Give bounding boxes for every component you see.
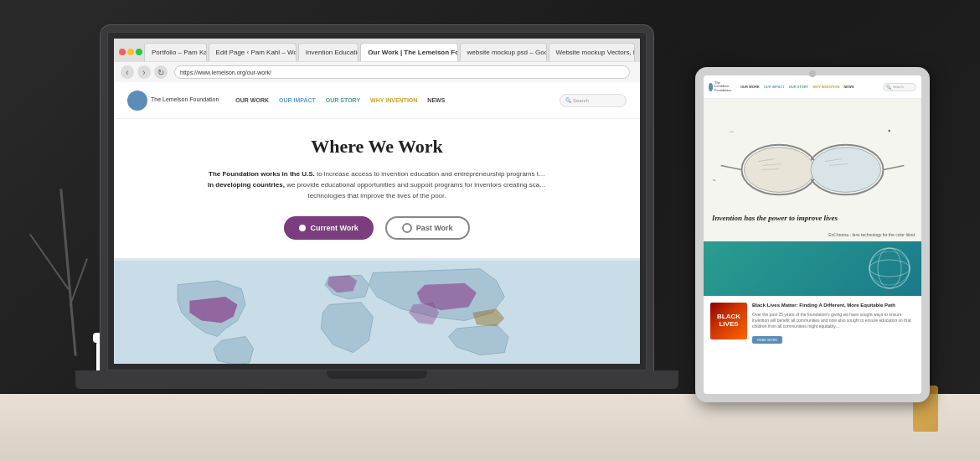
tab-label: Website mockup Vectors, Ph… — [556, 49, 635, 56]
tablet-nav-our-story[interactable]: OUR STORY — [789, 85, 809, 89]
tablet-logo-icon — [709, 83, 713, 91]
tablet-camera — [809, 70, 816, 77]
tablet-teal-section — [704, 241, 921, 296]
news-article-title: Black Lives Matter: Finding A Different,… — [752, 303, 915, 309]
close-button-icon[interactable] — [119, 49, 126, 55]
map-section — [114, 258, 640, 364]
news-thumb-image: BLACK LIVES — [710, 303, 747, 339]
site-header: The Lemelson Foundation OUR WORK OUR IMP… — [114, 82, 640, 119]
tab-label: Portfolio – Pam Kahl — [152, 49, 207, 56]
search-box[interactable]: 🔍 Search — [560, 94, 627, 107]
browser-tab-2[interactable]: Edit Page ‹ Pam Kahl – Word… — [209, 43, 297, 61]
tablet-hero-text: Invention has the power to improve lives — [712, 214, 913, 224]
browser-tab-5[interactable]: website mockup psd – Googl… — [460, 43, 547, 61]
back-button[interactable]: ‹ — [121, 65, 134, 79]
site-logo: The Lemelson Foundation — [127, 91, 219, 111]
nav-news[interactable]: NEWS — [427, 97, 445, 103]
logo-icon — [127, 91, 147, 111]
browser-chrome: Portfolio – Pam Kahl Edit Page ‹ Pam Kah… — [114, 39, 640, 82]
logo-text: The Lemelson Foundation — [151, 96, 219, 103]
news-item: BLACK LIVES Black Lives Matter: Finding … — [710, 303, 915, 344]
news-thumbnail: BLACK LIVES — [710, 303, 747, 339]
address-text: https://www.lemelson.org/our-work/ — [180, 70, 271, 75]
tablet-hero-caption: EnChroma - lens technology for the color… — [828, 232, 915, 237]
svg-point-7 — [744, 148, 814, 193]
current-work-button[interactable]: Current Work — [284, 216, 373, 240]
read-more-button[interactable]: READ MORE — [752, 336, 782, 344]
nav-our-impact[interactable]: OUR IMPACT — [279, 97, 316, 103]
tablet-search-placeholder: Search — [893, 85, 904, 89]
site-nav: OUR WORK OUR IMPACT OUR STORY WHY INVENT… — [235, 97, 445, 103]
browser-tab-4-active[interactable]: Our Work | The Lemelson Foun… — [360, 43, 457, 61]
tablet-logo: The Lemelson Foundation — [709, 79, 734, 96]
past-work-button[interactable]: Past Work — [385, 216, 470, 240]
main-section: Where We Work The Foundation works in th… — [114, 119, 640, 258]
svg-point-20 — [869, 251, 910, 285]
past-work-label: Past Work — [416, 224, 453, 232]
maximize-button-icon[interactable] — [136, 49, 142, 55]
laptop-screen: Portfolio – Pam Kahl Edit Page ‹ Pam Kah… — [114, 39, 640, 364]
browser-tab-3[interactable]: Invention Education — [298, 43, 359, 61]
tablet-screen: The Lemelson Foundation OUR WORK OUR IMP… — [704, 75, 921, 394]
minimize-button-icon[interactable] — [127, 49, 134, 55]
svg-point-19 — [869, 260, 910, 277]
tab-label: Edit Page ‹ Pam Kahl – Word… — [216, 49, 297, 56]
tablet-news: BLACK LIVES Black Lives Matter: Finding … — [704, 296, 921, 356]
page-headline: Where We Work — [139, 136, 615, 158]
svg-point-18 — [878, 248, 901, 288]
website-content: The Lemelson Foundation OUR WORK OUR IMP… — [114, 82, 640, 364]
browser-tab-1[interactable]: Portfolio – Pam Kahl — [144, 43, 207, 61]
forward-button[interactable]: › — [137, 65, 151, 79]
svg-text:✦: ✦ — [887, 128, 892, 133]
laptop-base — [75, 370, 678, 389]
nav-why-invention[interactable]: WHY INVENTION — [370, 97, 417, 103]
scene: Portfolio – Pam Kahl Edit Page ‹ Pam Kah… — [0, 0, 980, 461]
work-buttons: Current Work Past Work — [139, 216, 615, 240]
nav-our-story[interactable]: OUR STORY — [326, 97, 360, 103]
svg-text:⌒: ⌒ — [729, 131, 735, 137]
tablet-nav-our-work[interactable]: OUR WORK — [740, 85, 760, 89]
tab-label: Invention Education — [306, 49, 359, 56]
browser-tab-6[interactable]: Website mockup Vectors, Ph… — [549, 43, 635, 61]
svg-point-17 — [869, 248, 910, 288]
tablet-search[interactable]: 🔍 Search — [883, 83, 916, 91]
address-bar[interactable]: https://www.lemelson.org/our-work/ — [174, 65, 630, 79]
reload-button[interactable]: ↻ — [154, 65, 168, 79]
tablet-header: The Lemelson Foundation OUR WORK OUR IMP… — [704, 75, 921, 99]
tablet-logo-text: The Lemelson Foundation — [714, 81, 734, 92]
browser-controls: ‹ › ↻ https://www.lemelson.org/our-work/ — [114, 62, 640, 82]
tab-label: Our Work | The Lemelson Foun… — [368, 49, 457, 56]
laptop-body: Portfolio – Pam Kahl Edit Page ‹ Pam Kah… — [101, 25, 653, 377]
page-body-text: The Foundation works in the U.S. to incr… — [201, 169, 553, 201]
search-icon: 🔍 — [565, 97, 571, 103]
tab-label: website mockup psd – Googl… — [467, 49, 547, 56]
news-article-desc: Over the past 25 years of the foundation… — [752, 312, 915, 329]
tablet-nav-news[interactable]: NEWS — [843, 85, 854, 89]
tablet-nav-our-impact[interactable]: OUR IMPACT — [764, 85, 785, 89]
tablet-nav-why-invention[interactable]: WHY INVENTION — [812, 85, 839, 89]
current-work-label: Current Work — [310, 224, 358, 232]
nav-our-work[interactable]: OUR WORK — [235, 97, 269, 103]
tablet-search-icon: 🔍 — [886, 85, 891, 90]
browser-tabs: Portfolio – Pam Kahl Edit Page ‹ Pam Kah… — [114, 39, 640, 62]
tablet: The Lemelson Foundation OUR WORK OUR IMP… — [695, 67, 930, 402]
news-text-block: Black Lives Matter: Finding A Different,… — [752, 303, 915, 344]
tablet-nav: OUR WORK OUR IMPACT OUR STORY WHY INVENT… — [740, 85, 854, 89]
search-placeholder: Search — [573, 98, 589, 103]
plant-branch — [59, 189, 76, 356]
laptop: Portfolio – Pam Kahl Edit Page ‹ Pam Kah… — [101, 25, 670, 427]
svg-point-8 — [811, 148, 881, 193]
tablet-hero: ⌒ ✦ ∿ Invention has the power to improve… — [704, 99, 921, 241]
